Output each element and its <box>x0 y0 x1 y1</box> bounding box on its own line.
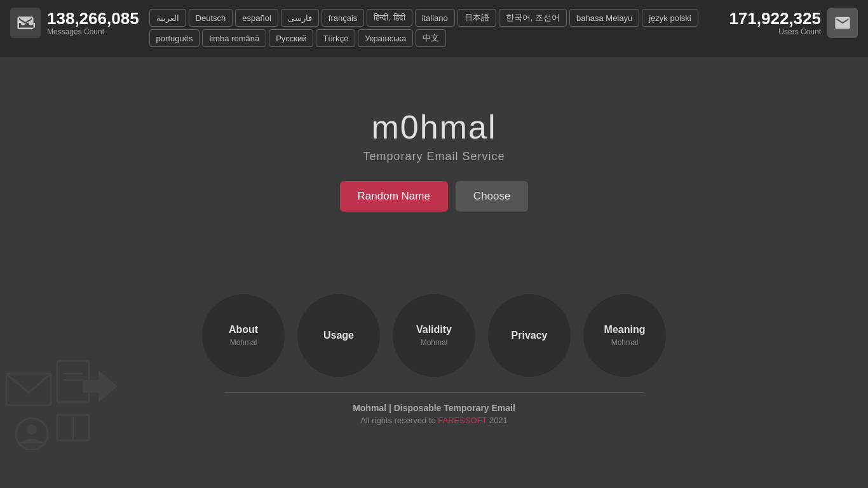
circle-sub-label: Mohmal <box>421 338 448 347</box>
circle-main-label: About <box>229 324 258 336</box>
footer-copy-year: 2021 <box>487 416 508 425</box>
users-count-block: 171,922,325 Users Count <box>729 10 821 37</box>
main-content: m0hmal Temporary Email Service Random Na… <box>0 57 868 425</box>
inbox-svg <box>16 13 35 32</box>
lang-button[interactable]: Türkçe <box>316 29 355 47</box>
lang-button[interactable]: język polski <box>642 9 698 27</box>
messages-count-number: 138,266,085 <box>47 10 139 28</box>
mail-icon <box>834 14 851 32</box>
circle-main-label: Meaning <box>604 324 646 336</box>
lang-button[interactable]: limba română <box>202 29 266 47</box>
footer-copy-prefix: All rights reserved to <box>360 416 438 425</box>
lang-button[interactable]: Русский <box>269 29 313 47</box>
circle-item[interactable]: AboutMohmal <box>202 294 285 377</box>
header-right: 171,922,325 Users Count <box>729 5 858 38</box>
brand-subtitle: Temporary Email Service <box>363 150 505 163</box>
circle-sub-label: Mohmal <box>611 338 639 347</box>
lang-button[interactable]: português <box>149 29 200 47</box>
circle-main-label: Usage <box>323 330 354 341</box>
circle-item[interactable]: MeaningMohmal <box>583 294 666 377</box>
cta-buttons: Random Name Choose <box>340 181 529 212</box>
circle-item[interactable]: ValidityMohmal <box>393 294 475 377</box>
footer-copy: All rights reserved to FARESSOFT 2021 <box>353 416 515 425</box>
header-left: 138,266,085 Messages Count <box>10 5 139 38</box>
mail-button[interactable] <box>827 8 858 38</box>
circle-item[interactable]: Usage <box>297 294 380 377</box>
lang-button[interactable]: 日本語 <box>458 9 496 27</box>
circle-main-label: Privacy <box>512 330 548 341</box>
circle-item[interactable]: Privacy <box>488 294 571 377</box>
footer-divider <box>224 392 644 393</box>
users-count-label: Users Count <box>778 27 821 36</box>
lang-button[interactable]: Deutsch <box>189 9 233 27</box>
messages-count-label: Messages Count <box>47 27 139 36</box>
users-count-number: 171,922,325 <box>729 10 821 28</box>
lang-button[interactable]: 한국어, 조선어 <box>499 9 567 27</box>
footer: Mohmal | Disposable Temporary Email All … <box>353 403 515 425</box>
circle-main-label: Validity <box>416 324 452 336</box>
lang-button[interactable]: हिन्दी, हिंदी <box>367 9 412 27</box>
languages-container: العربيةDeutschespañolفارسیfrançaisहिन्दी… <box>149 5 719 47</box>
circle-sub-label: Mohmal <box>230 338 257 347</box>
lang-button[interactable]: Українська <box>358 29 413 47</box>
lang-button[interactable]: français <box>322 9 365 27</box>
inbox-icon <box>10 8 41 38</box>
header: 138,266,085 Messages Count العربيةDeutsc… <box>0 0 868 57</box>
footer-brand: FARESSOFT <box>438 416 487 425</box>
lang-button[interactable]: italiano <box>415 9 455 27</box>
lang-button[interactable]: español <box>235 9 278 27</box>
svg-point-6 <box>27 424 37 435</box>
choose-button[interactable]: Choose <box>456 181 529 212</box>
circles-section: AboutMohmalUsageValidityMohmalPrivacyMea… <box>202 294 666 377</box>
random-name-button[interactable]: Random Name <box>340 181 448 212</box>
lang-button[interactable]: bahasa Melayu <box>569 9 639 27</box>
brand-title: m0hmal <box>372 108 497 146</box>
lang-button[interactable]: فارسی <box>281 9 319 27</box>
lang-button[interactable]: 中文 <box>416 29 446 47</box>
lang-button[interactable]: العربية <box>149 9 186 27</box>
footer-title: Mohmal | Disposable Temporary Email <box>353 403 515 413</box>
messages-count-block: 138,266,085 Messages Count <box>47 10 139 37</box>
